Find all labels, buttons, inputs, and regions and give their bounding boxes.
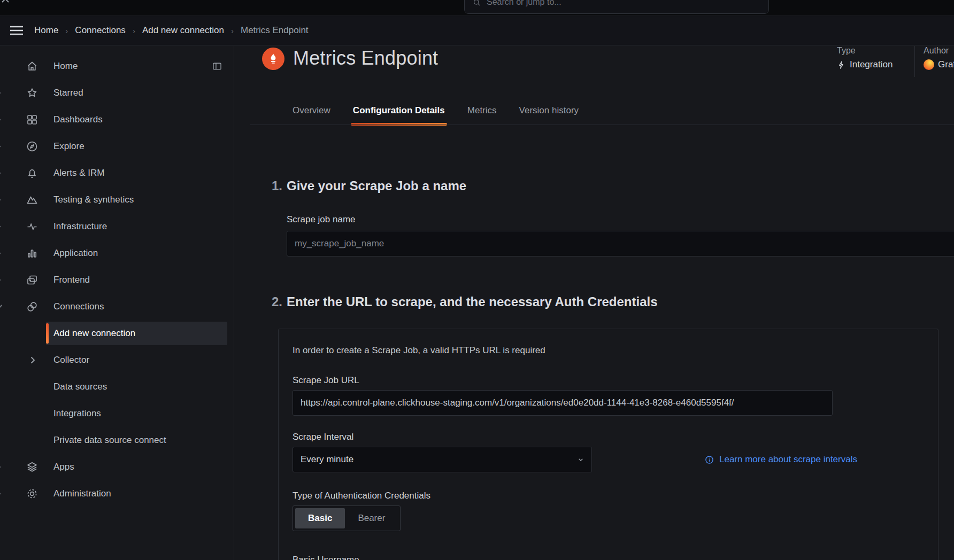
sidebar-item-administration[interactable]: Administration <box>0 480 234 507</box>
tab-version-history[interactable]: Version history <box>518 102 580 120</box>
type-label: Type <box>837 46 893 56</box>
menu-icon[interactable] <box>9 22 25 38</box>
search-input[interactable]: Search or jump to... <box>464 0 769 14</box>
sidebar-item-dashboards[interactable]: Dashboards <box>0 106 234 133</box>
scrape-interval-value: Every minute <box>301 454 353 465</box>
breadcrumb-separator: › <box>231 26 234 35</box>
bell-icon <box>26 167 39 180</box>
sidebar-item-label: Explore <box>53 141 84 152</box>
home-icon <box>26 60 39 73</box>
sidebar-item-integrations[interactable]: Integrations <box>46 402 227 425</box>
type-value: Integration <box>850 59 893 70</box>
sidebar-item-label: Application <box>53 248 98 259</box>
sidebar-item-label: Data sources <box>53 382 107 392</box>
breadcrumb-separator: › <box>133 26 135 35</box>
page-title: Metrics Endpoint <box>293 47 438 69</box>
dock-sidebar-icon[interactable] <box>212 61 222 72</box>
dashboards-grid-icon <box>26 113 39 126</box>
sidebar-item-apps[interactable]: Apps <box>0 454 234 480</box>
sidebar-item-starred[interactable]: Starred <box>0 80 234 106</box>
auth-type-segmented-control: Basic Bearer <box>293 505 401 531</box>
sidebar-item-label: Integrations <box>53 408 101 419</box>
sidebar-item-label: Dashboards <box>53 114 103 125</box>
breadcrumb-connections[interactable]: Connections <box>75 25 126 36</box>
sidebar-item-data-sources[interactable]: Data sources <box>46 375 227 399</box>
grafana-logo-icon <box>924 59 934 70</box>
main-content: Metrics Endpoint Type Integration Author… <box>234 46 954 560</box>
chevron-right-icon[interactable] <box>0 196 1 204</box>
star-icon <box>26 87 39 99</box>
sidebar-item-label: Starred <box>53 88 83 98</box>
sidebar-item-label: Administration <box>53 488 111 499</box>
learn-more-link-text: Learn more about scrape intervals <box>719 454 857 465</box>
scrape-job-name-label: Scrape job name <box>287 214 356 225</box>
sidebar-row-private-data-source-connect: Private data source connect <box>0 427 234 454</box>
breadcrumb-current-page: Metrics Endpoint <box>241 25 309 36</box>
caret-up-icon <box>1 0 10 3</box>
sidebar-item-label: Infrastructure <box>53 221 107 232</box>
scrape-job-panel: In order to create a Scrape Job, a valid… <box>278 329 938 560</box>
breadcrumb: Home › Connections › Add new connection … <box>34 25 309 36</box>
sidebar-item-add-new-connection[interactable]: Add new connection <box>46 322 227 345</box>
meta-divider <box>914 46 915 77</box>
chevron-right-icon[interactable] <box>0 276 1 284</box>
chevron-right-icon[interactable] <box>0 463 1 471</box>
sidebar-item-label: Testing & synthetics <box>53 195 134 205</box>
sidebar-nav: Home Starred Dashboards Explore Alerts &… <box>0 46 234 560</box>
auth-option-basic[interactable]: Basic <box>295 508 345 528</box>
sidebar-item-infrastructure[interactable]: Infrastructure <box>0 213 234 240</box>
sidebar-row-collector: Collector <box>0 347 234 374</box>
sidebar-item-label: Apps <box>53 462 74 472</box>
layers-icon <box>26 461 39 473</box>
chevron-right-icon[interactable] <box>0 223 1 230</box>
breadcrumb-add-new-connection[interactable]: Add new connection <box>142 25 224 36</box>
scrape-interval-select[interactable]: Every minute <box>293 447 592 472</box>
pulse-icon <box>26 220 39 233</box>
chevron-right-icon[interactable] <box>0 143 1 150</box>
section-1-number: 1. <box>267 178 282 193</box>
mountain-k6-icon <box>26 193 39 206</box>
tab-overview[interactable]: Overview <box>291 102 332 120</box>
sidebar-item-application[interactable]: Application <box>0 240 234 267</box>
tab-metrics[interactable]: Metrics <box>466 102 498 120</box>
sidebar-item-explore[interactable]: Explore <box>0 133 234 160</box>
sidebar-item-frontend[interactable]: Frontend <box>0 267 234 293</box>
section-1-title: Give your Scrape Job a name <box>287 178 466 193</box>
meta-type: Type Integration <box>837 46 893 70</box>
chevron-down-icon <box>576 455 585 464</box>
active-item-accent-bar <box>46 323 49 344</box>
sidebar-item-alerts-irm[interactable]: Alerts & IRM <box>0 160 234 186</box>
chevron-right-icon[interactable] <box>0 169 1 177</box>
author-value: Grafana <box>938 59 954 70</box>
chevron-right-icon[interactable] <box>0 116 1 123</box>
breadcrumb-bar: Home › Connections › Add new connection … <box>0 16 954 45</box>
auth-option-bearer[interactable]: Bearer <box>345 508 398 528</box>
compass-icon <box>26 140 39 153</box>
chevron-right-icon[interactable] <box>0 250 1 257</box>
sidebar-item-testing-synthetics[interactable]: Testing & synthetics <box>0 186 234 213</box>
lightning-bolt-icon <box>837 60 846 70</box>
scrape-intervals-learn-more-link[interactable]: Learn more about scrape intervals <box>704 454 857 465</box>
chevron-right-icon[interactable] <box>30 356 35 364</box>
link-rings-icon <box>26 300 39 313</box>
scrape-job-url-input[interactable] <box>293 390 833 416</box>
sidebar-item-private-data-source-connect[interactable]: Private data source connect <box>46 429 227 452</box>
section-2-title: Enter the URL to scrape, and the necessa… <box>287 294 658 309</box>
chevron-down-icon[interactable] <box>0 305 3 309</box>
tab-configuration-details[interactable]: Configuration Details <box>352 102 446 120</box>
scrape-job-name-input[interactable] <box>287 231 954 256</box>
sidebar-item-label: Alerts & IRM <box>53 168 104 178</box>
frontend-windows-icon <box>26 274 39 286</box>
sidebar-item-connections[interactable]: Connections <box>0 293 234 320</box>
breadcrumb-home[interactable]: Home <box>34 25 58 36</box>
sidebar-item-home[interactable]: Home <box>0 53 234 80</box>
chevron-right-icon[interactable] <box>0 490 1 497</box>
tab-bar: Overview Configuration Details Metrics V… <box>291 102 580 120</box>
chevron-right-icon[interactable] <box>0 89 1 97</box>
tab-bar-divider <box>250 125 954 125</box>
sidebar-item-label: Private data source connect <box>53 435 166 446</box>
sidebar-item-collector[interactable]: Collector <box>46 348 227 372</box>
sidebar-item-label: Collector <box>53 355 89 365</box>
sidebar-item-label: Connections <box>53 301 104 312</box>
meta-author: Author Grafana <box>924 46 954 70</box>
